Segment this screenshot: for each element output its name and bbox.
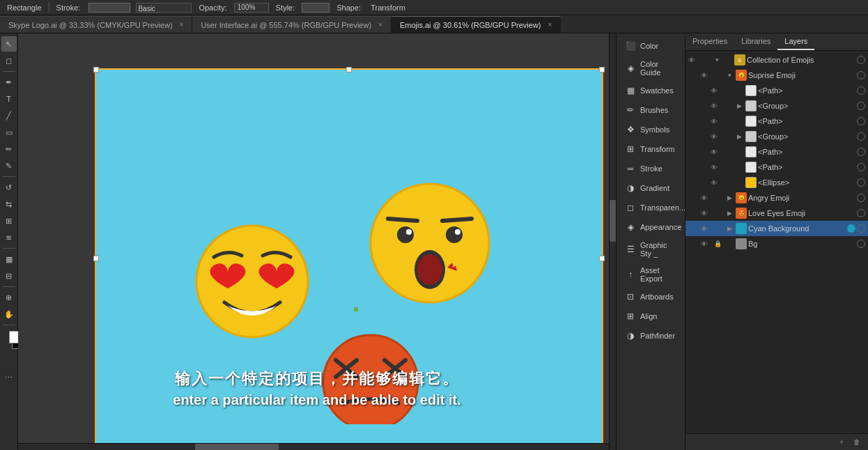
layer-ellipse-indicator[interactable] — [857, 178, 865, 187]
tab-ui-close[interactable]: × — [378, 21, 382, 29]
tab-properties[interactable]: Properties — [685, 33, 734, 50]
layer-ellipse[interactable]: 👁 <Ellipse> — [685, 175, 868, 190]
layer-collection-expand[interactable]: ▾ — [712, 56, 722, 63]
direct-selection-tool[interactable]: ◻ — [1, 53, 17, 68]
layer-bg-eye[interactable]: 👁 — [698, 236, 711, 251]
layer-bg[interactable]: 👁 🔒 Bg — [685, 236, 868, 251]
zoom-tool[interactable]: ⊕ — [1, 290, 17, 305]
graph-tool[interactable]: ▦ — [1, 251, 17, 267]
prop-transparency[interactable]: ◻ Transparen... — [619, 199, 682, 217]
tab-emojis-close[interactable]: × — [548, 21, 552, 29]
paintbrush-tool[interactable]: ✏ — [1, 141, 17, 157]
layer-cyan-bg-indicator[interactable] — [857, 224, 865, 233]
prop-color[interactable]: ⬛ Color — [619, 37, 682, 55]
prop-stroke[interactable]: ═ Stroke — [619, 160, 682, 178]
layer-path3-indicator[interactable] — [857, 148, 865, 156]
prop-align[interactable]: ⊞ Align — [619, 307, 682, 325]
layer-group2-eye[interactable]: 👁 — [708, 129, 720, 144]
prop-transform[interactable]: ⊞ Transform — [619, 140, 682, 158]
layer-angry-indicator[interactable] — [857, 194, 865, 202]
type-tool[interactable]: T — [1, 91, 17, 107]
pencil-tool[interactable]: ✎ — [1, 158, 17, 173]
tab-skype[interactable]: Skype Logo.ai @ 33.33% (CMYK/GPU Preview… — [0, 16, 192, 33]
prop-asset-export[interactable]: ↑ Asset Export — [619, 263, 682, 286]
transform-label: Transform — [368, 3, 408, 13]
layer-angry-expand[interactable]: ▶ — [724, 194, 734, 201]
prop-gradient[interactable]: ◑ Gradient — [619, 179, 682, 197]
layer-path4[interactable]: 👁 <Path> — [685, 160, 868, 175]
layer-collection-indicator[interactable] — [857, 56, 865, 64]
layer-bg-indicator[interactable] — [857, 240, 865, 248]
layer-group1-expand[interactable]: ▶ — [734, 102, 744, 109]
layer-love-eye-expand[interactable]: ▶ — [724, 210, 734, 217]
layer-path1-eye[interactable]: 👁 — [708, 83, 720, 98]
vertical-scrollbar[interactable] — [609, 33, 616, 450]
more-tools[interactable]: … — [1, 367, 17, 382]
canvas-area[interactable]: 输入一个特定的项目，并能够编辑它。 enter a particular ite… — [18, 33, 616, 450]
layer-love-eyes[interactable]: 👁 ▶ 😍 Love Eyes Emoji — [685, 205, 868, 221]
tab-ui[interactable]: User Interface.ai @ 555.74% (RGB/GPU Pre… — [192, 16, 392, 33]
hand-tool[interactable]: ✋ — [1, 307, 17, 322]
tab-skype-close[interactable]: × — [180, 21, 184, 29]
stroke-style-selector[interactable]: Basic — [136, 3, 192, 13]
layer-collection[interactable]: 👁 ▾ E Collection of Emojis — [685, 52, 868, 68]
prop-pathfinder[interactable]: ◑ Pathfinder — [619, 327, 682, 345]
layer-path4-eye[interactable]: 👁 — [708, 160, 720, 175]
layer-surprise-eye[interactable]: 👁 — [698, 68, 711, 83]
selection-tool[interactable]: ↖ — [1, 36, 17, 52]
scrollbar-thumb-v[interactable] — [610, 200, 616, 242]
prop-brushes[interactable]: ✏ Brushes — [619, 101, 682, 119]
shape-tool[interactable]: ▭ — [1, 125, 17, 140]
horizontal-scrollbar[interactable] — [18, 443, 609, 450]
prop-appearance[interactable]: ◈ Appearance — [619, 218, 682, 236]
reflect-tool[interactable]: ⇆ — [1, 196, 17, 212]
layer-love-eye-visibility[interactable]: 👁 — [698, 205, 711, 221]
layer-group2-indicator[interactable] — [857, 132, 865, 141]
scrollbar-thumb-h[interactable] — [195, 444, 279, 450]
prop-color-guide[interactable]: ◈ Color Guide — [619, 56, 682, 80]
layer-angry-eye[interactable]: 👁 — [698, 190, 711, 205]
tab-layers[interactable]: Layers — [777, 33, 814, 50]
prop-swatches[interactable]: ▦ Swatches — [619, 82, 682, 100]
tab-libraries[interactable]: Libraries — [734, 33, 777, 50]
stroke-input[interactable] — [88, 3, 130, 13]
slice-tool[interactable]: ⊟ — [1, 268, 17, 284]
layer-group2[interactable]: 👁 ▶ <Group> — [685, 129, 868, 144]
layer-group1-indicator[interactable] — [857, 102, 865, 110]
layer-group1-eye[interactable]: 👁 — [708, 98, 720, 114]
layer-collection-eye[interactable]: 👁 — [685, 52, 698, 68]
layer-cyan-bg[interactable]: 👁 ▶ Cyan Background — [685, 221, 868, 236]
layer-cyan-bg-eye[interactable]: 👁 — [698, 221, 711, 236]
line-tool[interactable]: ╱ — [1, 108, 17, 123]
layer-love-eye-indicator[interactable] — [857, 209, 865, 217]
style-selector[interactable] — [302, 3, 330, 13]
new-layer-icon[interactable]: + — [836, 437, 847, 448]
layer-path1[interactable]: 👁 <Path> — [685, 83, 868, 98]
prop-artboards[interactable]: ⊡ Artboards — [619, 288, 682, 306]
layer-surprise-indicator[interactable] — [857, 71, 865, 79]
layer-path3[interactable]: 👁 <Path> — [685, 144, 868, 160]
stroke-label: Stroke: — [54, 3, 84, 13]
layer-surprise[interactable]: 👁 ▾ 😮 Suprise Emoji — [685, 68, 868, 83]
opacity-input[interactable]: 100% — [234, 3, 269, 13]
layer-path1-indicator[interactable] — [857, 86, 865, 95]
layer-path3-eye[interactable]: 👁 — [708, 144, 720, 160]
layer-path2[interactable]: 👁 <Path> — [685, 114, 868, 129]
layer-group2-expand[interactable]: ▶ — [734, 133, 744, 140]
delete-layer-icon[interactable]: 🗑 — [851, 437, 862, 448]
layer-surprise-expand[interactable]: ▾ — [724, 72, 734, 79]
pen-tool[interactable]: ✒ — [1, 75, 17, 90]
layer-path2-indicator[interactable] — [857, 117, 865, 125]
scale-tool[interactable]: ⊞ — [1, 213, 17, 228]
rotate-tool[interactable]: ↺ — [1, 180, 17, 195]
tab-emojis[interactable]: Emojis.ai @ 30.61% (RGB/GPU Preview) × — [392, 16, 561, 33]
warp-tool[interactable]: ≋ — [1, 230, 17, 245]
layer-cyan-bg-expand[interactable]: ▶ — [724, 225, 734, 232]
layer-path4-indicator[interactable] — [857, 163, 865, 171]
layer-angry[interactable]: 👁 ▶ 😠 Angry Emoji — [685, 190, 868, 205]
layer-ellipse-eye[interactable]: 👁 — [708, 175, 720, 190]
layer-group1[interactable]: 👁 ▶ <Group> — [685, 98, 868, 114]
prop-graphic-styles[interactable]: ☰ Graphic Sty _ — [619, 238, 682, 261]
prop-symbols[interactable]: ❖ Symbols — [619, 121, 682, 139]
layer-path2-eye[interactable]: 👁 — [708, 114, 720, 129]
